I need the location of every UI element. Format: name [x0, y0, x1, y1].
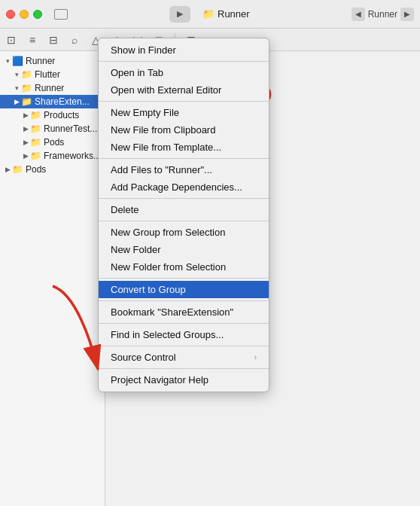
sidebar: ▾ 🟦 Runner ▾ 📁 Flutter ▾ 📁 Runner ▶ 📁 Sh…: [0, 51, 105, 506]
expand-arrow: ▶: [3, 166, 12, 173]
sidebar-item-shareextension[interactable]: ▶ 📁 ShareExten...: [0, 95, 105, 108]
submenu-arrow-icon: ›: [254, 353, 257, 361]
expand-arrow: ▶: [21, 111, 30, 119]
sidebar-item-flutter[interactable]: ▾ 📁 Flutter: [0, 68, 105, 81]
menu-item-new-folder-from-selection[interactable]: New Folder from Selection: [99, 258, 269, 276]
expand-arrow: ▾: [3, 57, 12, 65]
products-icon: 📁: [30, 110, 41, 120]
menu-item-label: New Folder: [111, 244, 160, 255]
menu-item-label: New File from Template...: [111, 142, 221, 153]
menu-item-label: Open with External Editor: [111, 84, 221, 96]
menu-item-label: Convert to Group: [111, 284, 186, 295]
sidebar-item-runner-child[interactable]: ▾ 📁 Runner: [0, 81, 105, 95]
menu-item-new-folder[interactable]: New Folder: [99, 241, 269, 258]
sidebar-icon[interactable]: ⊡: [5, 34, 18, 46]
expand-arrow: ▾: [12, 71, 21, 78]
sidebar-label: RunnerTest...: [44, 123, 97, 134]
runnertest-icon: 📁: [30, 123, 41, 134]
menu-item-find-in-selected-groups-[interactable]: Find in Selected Groups...: [99, 326, 269, 343]
menu-separator: [99, 368, 269, 369]
sidebar-label: Flutter: [35, 69, 60, 80]
menu-item-label: Open in Tab: [111, 67, 163, 78]
menu-item-open-in-tab[interactable]: Open in Tab: [99, 64, 269, 81]
window-title: 📁 Runner: [202, 8, 250, 20]
menu-item-label: Project Navigator Help: [111, 374, 208, 386]
runner-folder-icon: 📁: [202, 8, 215, 20]
menu-item-label: New Empty File: [111, 107, 179, 118]
breadcrumb: ◀ Runner ▶: [352, 8, 414, 21]
expand-arrow: ▶: [21, 125, 30, 133]
titlebar: ▶ 📁 Runner ◀ Runner ▶: [0, 0, 420, 29]
menu-separator: [99, 158, 269, 159]
close-button[interactable]: [6, 10, 15, 19]
menu-separator: [99, 278, 269, 279]
menu-item-new-group-from-selection[interactable]: New Group from Selection: [99, 224, 269, 241]
shareext-icon: 📁: [21, 96, 32, 107]
menu-item-label: Find in Selected Groups...: [111, 329, 224, 340]
menu-item-add-files-to-runner-[interactable]: Add Files to "Runner"...: [99, 161, 269, 178]
menu-item-label: Show in Finder: [111, 44, 176, 56]
sidebar-label: ShareExten...: [35, 96, 90, 107]
menu-separator: [99, 221, 269, 221]
traffic-lights: [6, 10, 42, 19]
menu-item-delete[interactable]: Delete: [99, 201, 269, 218]
pods-child-icon: 📁: [30, 137, 41, 148]
sidebar-item-products[interactable]: ▶ 📁 Products: [0, 108, 105, 122]
forward-button[interactable]: ▶: [400, 8, 414, 21]
menu-item-label: New File from Clipboard: [111, 124, 215, 136]
flutter-icon: 📁: [21, 69, 32, 80]
play-button[interactable]: ▶: [169, 6, 190, 23]
menu-separator: [99, 346, 269, 346]
menu-item-project-navigator-help[interactable]: Project Navigator Help: [99, 371, 269, 389]
sidebar-label: Runner: [26, 56, 55, 66]
menu-item-bookmark-shareextension-[interactable]: Bookmark "ShareExtension": [99, 303, 269, 321]
back-button[interactable]: ◀: [352, 8, 365, 21]
menu-item-label: Add Package Dependencies...: [111, 181, 242, 193]
sidebar-label: Products: [44, 110, 79, 120]
menu-item-label: Add Files to "Runner"...: [111, 164, 212, 175]
menu-separator: [99, 300, 269, 301]
sidebar-toggle-icon[interactable]: [54, 9, 68, 20]
menu-item-convert-to-group[interactable]: Convert to Group: [99, 281, 269, 298]
main-layout: ▾ 🟦 Runner ▾ 📁 Flutter ▾ 📁 Runner ▶ 📁 Sh…: [0, 51, 420, 506]
maximize-button[interactable]: [33, 10, 42, 19]
search-icon[interactable]: ⌕: [68, 34, 81, 46]
bookmark-icon[interactable]: ⊟: [47, 34, 60, 46]
menu-item-label: New Folder from Selection: [111, 261, 226, 273]
menu-separator: [99, 61, 269, 62]
sidebar-item-runner-root[interactable]: ▾ 🟦 Runner: [0, 54, 105, 68]
context-menu: Show in FinderOpen in TabOpen with Exter…: [98, 38, 269, 392]
pods-icon: 📁: [12, 164, 23, 175]
expand-arrow: ▾: [12, 84, 21, 92]
sidebar-item-pods-root[interactable]: ▶ 📁 Pods: [0, 163, 105, 176]
menu-item-add-package-dependencies-[interactable]: Add Package Dependencies...: [99, 178, 269, 196]
menu-item-new-file-from-clipboard[interactable]: New File from Clipboard: [99, 121, 269, 139]
list-icon[interactable]: ≡: [26, 34, 39, 46]
menu-item-label: Delete: [111, 204, 139, 215]
menu-item-new-empty-file[interactable]: New Empty File: [99, 104, 269, 121]
sidebar-label: Runner: [35, 83, 64, 93]
sidebar-label: Frameworks...: [44, 151, 101, 161]
menu-item-show-in-finder[interactable]: Show in Finder: [99, 41, 269, 59]
menu-item-label: Source Control: [111, 352, 176, 363]
sidebar-item-frameworks[interactable]: ▶ 📁 Frameworks...: [0, 149, 105, 163]
expand-arrow: ▶: [21, 139, 30, 146]
expand-arrow: ▶: [21, 152, 30, 160]
runner-icon: 🟦: [12, 56, 23, 66]
expand-arrow: ▶: [12, 98, 21, 105]
menu-item-source-control[interactable]: Source Control›: [99, 349, 269, 366]
runner-folder-icon: 📁: [21, 83, 32, 93]
frameworks-icon: 📁: [30, 151, 41, 161]
sidebar-label: Pods: [26, 164, 46, 175]
sidebar-label: Pods: [44, 137, 64, 148]
minimize-button[interactable]: [20, 10, 29, 19]
menu-separator: [99, 323, 269, 324]
breadcrumb-runner: Runner: [368, 9, 397, 20]
sidebar-item-pods-child[interactable]: ▶ 📁 Pods: [0, 136, 105, 149]
menu-item-label: Bookmark "ShareExtension": [111, 306, 233, 318]
menu-separator: [99, 101, 269, 102]
menu-separator: [99, 198, 269, 199]
menu-item-new-file-from-template-[interactable]: New File from Template...: [99, 139, 269, 156]
menu-item-open-with-external-editor[interactable]: Open with External Editor: [99, 81, 269, 99]
sidebar-item-runnertest[interactable]: ▶ 📁 RunnerTest...: [0, 122, 105, 136]
